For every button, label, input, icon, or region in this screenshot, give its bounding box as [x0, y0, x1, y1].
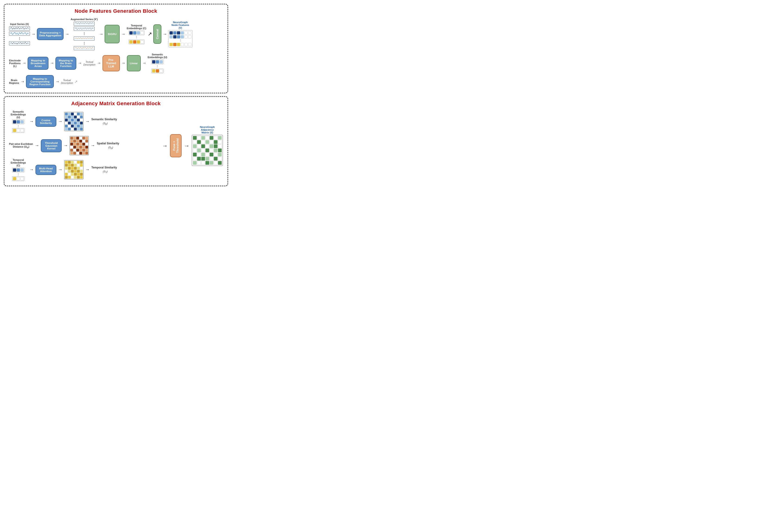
- amg-sem-label: SemanticEmbeddings(U): [11, 110, 26, 119]
- amg-row-1: SemanticEmbeddings(U) ⋮: [9, 110, 160, 133]
- aug-dots-1: ⋮: [74, 32, 95, 35]
- amg-row-3: TemporalEmbeddings(C) ⋮: [9, 158, 160, 181]
- electrode-label: ElectrodePositions(L): [9, 59, 21, 67]
- temporal-emb-group: TemporalEmbeddings (C) ⋮: [127, 24, 146, 44]
- arrow-4: →: [121, 32, 125, 37]
- gaussian-box: ThresholdGaussianKernel: [41, 139, 62, 152]
- node-features-block: Node Features Generation Block Input Ser…: [4, 4, 228, 93]
- adj-output-label: NeuroGraphAdjacencyMatrix (S): [200, 126, 215, 134]
- arrow-1: →: [31, 32, 35, 37]
- cosine-matrix: [64, 112, 83, 131]
- arrow-output: →: [184, 142, 189, 149]
- amg-rows: SemanticEmbeddings(U) ⋮: [9, 110, 160, 181]
- node-block-title: Node Features Generation Block: [9, 8, 223, 14]
- attention-matrix: [64, 160, 83, 179]
- temporal-emb-stack: ⋮: [129, 31, 144, 44]
- aug-dots-2: ⋮: [74, 41, 95, 45]
- arrow-e3: →: [78, 61, 82, 66]
- temp-emb-2: [129, 40, 144, 44]
- waveform-1: [9, 26, 30, 31]
- augmented-series-group: Augmented Series (X') ⋮: [70, 18, 98, 50]
- arrow-br3: ↗: [74, 79, 77, 84]
- euclidean-label: Pair-wise EuclideanDistance (UD): [9, 142, 33, 149]
- arrow-e5: →: [142, 61, 146, 66]
- waveform-2: [9, 32, 30, 36]
- amg-sem-emb: ⋮: [12, 120, 24, 133]
- node-feature-grid: ⋮: [168, 30, 192, 47]
- input-series-group: Input Series (X) ⋮: [9, 23, 30, 45]
- broadmann-box: Mapping toBroadmannAreas: [28, 57, 48, 70]
- temporal-emb-label: TemporalEmbeddings (C): [127, 24, 146, 30]
- temp-emb-dots: ⋮: [129, 36, 144, 39]
- temp-emb2: ⋮: [12, 168, 24, 181]
- node-features-label: NeuroGraphNode Features(V): [171, 21, 189, 29]
- temporal-input-2: TemporalEmbeddings(C) ⋮: [9, 158, 28, 181]
- arrow-br1: →: [20, 79, 25, 84]
- brain-regions-label: BrainRegions: [9, 79, 19, 84]
- augmented-waveforms: ⋮ ⋮: [74, 22, 95, 50]
- textual-label-1: TextualDescription: [83, 60, 95, 66]
- nf-dots: ⋮: [169, 39, 191, 42]
- semantic-emb-stack: ⋮: [151, 60, 163, 73]
- arrow-5: ↗: [148, 31, 152, 37]
- llm-box: Pre-TrainedLLM: [102, 55, 120, 71]
- multihead-box: Multi-HeadAttention: [35, 165, 56, 175]
- bigru-group: BiGRU: [104, 25, 120, 43]
- corresponding-box: Mapping toCorrespondingRegion Function: [26, 75, 54, 88]
- arrow-e2: →: [50, 61, 54, 66]
- sem-emb-1: [151, 60, 163, 64]
- adj-block-title: Adjacency Matrix Generation Block: [9, 101, 223, 107]
- semantic-label: SemanticEmbeddings (U): [148, 53, 167, 59]
- arrow-6: →: [163, 32, 167, 37]
- concat-box: Concat: [153, 24, 161, 44]
- electrode-group: ElectrodePositions(L): [9, 59, 21, 67]
- arrow-llm1: →: [121, 61, 125, 66]
- adj-output-group: NeuroGraphAdjacencyMatrix (S): [192, 126, 223, 166]
- node-features-output: NeuroGraphNode Features(V): [168, 21, 192, 47]
- brain-function-box: Mapping tothe BrainFunction: [55, 57, 76, 70]
- aug-waveform-1: [74, 22, 95, 26]
- arrow-br2: →: [55, 79, 59, 84]
- sem-dots: ⋮: [151, 65, 163, 68]
- adj-matrix-block: Adjacency Matrix Generation Block Semant…: [4, 96, 228, 186]
- arrow-fuse: →: [162, 142, 168, 149]
- brain-regions-group: BrainRegions: [9, 79, 19, 84]
- euclidean-input: Pair-wise EuclideanDistance (UD): [9, 142, 33, 149]
- preprocessing-box: Preprocessing +Data Aggregation: [37, 28, 63, 40]
- temp-emb-1: [129, 31, 144, 35]
- arrow-e4: →: [97, 61, 101, 66]
- main-wrapper: Node Features Generation Block Input Ser…: [4, 4, 228, 186]
- textual-desc-1: TextualDescription: [83, 60, 95, 66]
- nfg-bottom-rows: ElectrodePositions(L) → Mapping toBroadm…: [9, 53, 223, 88]
- electrode-row: ElectrodePositions(L) → Mapping toBroadm…: [9, 53, 223, 73]
- augmented-label: Augmented Series (X'): [70, 18, 98, 21]
- amg-sem-input: SemanticEmbeddings(U) ⋮: [9, 110, 28, 133]
- arrow-e1: →: [22, 61, 26, 66]
- input-waveforms: ⋮: [9, 26, 30, 45]
- llm-linear-group: Pre-TrainedLLM → Linear: [102, 55, 141, 71]
- gaussian-matrix: [70, 136, 89, 155]
- linear-box: Linear: [127, 55, 141, 71]
- aug-waveform-4: [74, 46, 95, 50]
- spatial-similarity-label: Spatial Similarity (SD): [97, 142, 124, 149]
- temporal-similarity-label: Temporal Similarity (ST): [91, 166, 119, 174]
- sem-similarity-label: Semantic Similarity (SE): [91, 118, 119, 125]
- semantic-emb-group: SemanticEmbeddings (U) ⋮: [148, 53, 167, 73]
- aug-waveform-2: [74, 27, 95, 31]
- textual-desc-2: TextualDescription: [61, 79, 73, 84]
- brain-regions-row: BrainRegions → Mapping toCorrespondingRe…: [9, 75, 223, 88]
- amg-row-2: Pair-wise EuclideanDistance (UD) → Thres…: [9, 136, 160, 155]
- arrow-3: →: [99, 32, 103, 37]
- nfg-top-row: Input Series (X) ⋮: [9, 18, 223, 50]
- cosine-box: CosineSimilarity: [35, 117, 56, 127]
- bigru-box: BiGRU: [104, 25, 120, 43]
- temporal-label-2: TemporalEmbeddings(C): [11, 158, 26, 167]
- textual-label-2: TextualDescription: [61, 79, 73, 84]
- fuse-box: Fuse +Threshold: [170, 134, 181, 157]
- adj-output-matrix: [192, 135, 223, 166]
- arrow-2: →: [65, 32, 69, 37]
- aug-waveform-3: [74, 36, 95, 41]
- waveform-dots: ⋮: [9, 37, 30, 40]
- waveform-3: [9, 41, 30, 45]
- concat-group: Concat: [153, 24, 161, 44]
